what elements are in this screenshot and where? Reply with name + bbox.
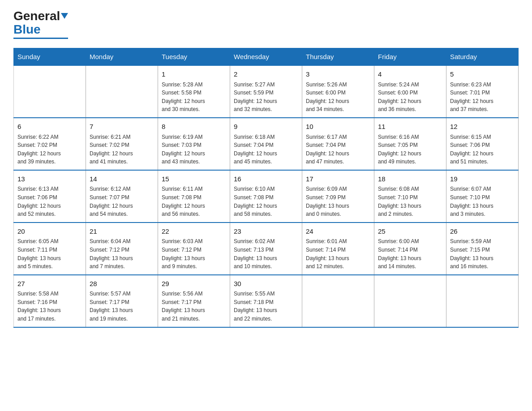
- day-number: 1: [162, 69, 226, 80]
- calendar-cell: 24Sunrise: 6:01 AM Sunset: 7:14 PM Dayli…: [302, 223, 374, 275]
- day-number: 10: [306, 122, 370, 132]
- calendar-cell: 25Sunrise: 6:00 AM Sunset: 7:14 PM Dayli…: [374, 223, 446, 275]
- day-number: 29: [162, 279, 226, 289]
- calendar-cell: 29Sunrise: 5:56 AM Sunset: 7:17 PM Dayli…: [158, 275, 230, 327]
- calendar-cell: [446, 275, 519, 327]
- calendar-cell: [374, 275, 446, 327]
- calendar-cell: [302, 275, 374, 327]
- calendar-cell: 10Sunrise: 6:17 AM Sunset: 7:04 PM Dayli…: [302, 118, 374, 170]
- day-info: Sunrise: 6:15 AM Sunset: 7:06 PM Dayligh…: [450, 133, 515, 166]
- calendar-cell: 6Sunrise: 6:22 AM Sunset: 7:02 PM Daylig…: [14, 118, 86, 170]
- calendar-cell: 12Sunrise: 6:15 AM Sunset: 7:06 PM Dayli…: [446, 118, 519, 170]
- calendar-cell: 21Sunrise: 6:04 AM Sunset: 7:12 PM Dayli…: [86, 223, 158, 275]
- weekday-saturday: Saturday: [446, 48, 519, 66]
- day-number: 14: [90, 174, 154, 184]
- calendar-cell: 22Sunrise: 6:03 AM Sunset: 7:12 PM Dayli…: [158, 223, 230, 275]
- day-info: Sunrise: 5:56 AM Sunset: 7:17 PM Dayligh…: [162, 290, 226, 323]
- day-info: Sunrise: 6:03 AM Sunset: 7:12 PM Dayligh…: [162, 237, 226, 270]
- day-info: Sunrise: 6:10 AM Sunset: 7:08 PM Dayligh…: [234, 185, 298, 218]
- calendar-cell: 5Sunrise: 6:23 AM Sunset: 7:01 PM Daylig…: [446, 65, 519, 118]
- week-row-5: 27Sunrise: 5:58 AM Sunset: 7:16 PM Dayli…: [14, 275, 519, 327]
- day-info: Sunrise: 6:22 AM Sunset: 7:02 PM Dayligh…: [17, 133, 82, 166]
- weekday-friday: Friday: [374, 48, 446, 66]
- day-number: 19: [450, 174, 515, 184]
- calendar-cell: 30Sunrise: 5:55 AM Sunset: 7:18 PM Dayli…: [230, 275, 302, 327]
- day-number: 7: [90, 122, 154, 132]
- day-info: Sunrise: 6:12 AM Sunset: 7:07 PM Dayligh…: [90, 185, 154, 218]
- day-info: Sunrise: 6:02 AM Sunset: 7:13 PM Dayligh…: [234, 237, 298, 270]
- day-number: 2: [234, 69, 298, 80]
- weekday-monday: Monday: [86, 48, 158, 66]
- day-number: 20: [17, 227, 82, 237]
- day-info: Sunrise: 5:57 AM Sunset: 7:17 PM Dayligh…: [90, 290, 154, 323]
- day-info: Sunrise: 6:19 AM Sunset: 7:03 PM Dayligh…: [162, 133, 226, 166]
- calendar-cell: 9Sunrise: 6:18 AM Sunset: 7:04 PM Daylig…: [230, 118, 302, 170]
- day-info: Sunrise: 6:23 AM Sunset: 7:01 PM Dayligh…: [450, 81, 515, 114]
- day-info: Sunrise: 5:26 AM Sunset: 6:00 PM Dayligh…: [306, 81, 370, 114]
- day-number: 15: [162, 174, 226, 184]
- day-number: 22: [162, 227, 226, 237]
- weekday-thursday: Thursday: [302, 48, 374, 66]
- day-info: Sunrise: 5:58 AM Sunset: 7:16 PM Dayligh…: [17, 290, 82, 323]
- day-info: Sunrise: 6:17 AM Sunset: 7:04 PM Dayligh…: [306, 133, 370, 166]
- calendar-cell: 17Sunrise: 6:09 AM Sunset: 7:09 PM Dayli…: [302, 170, 374, 223]
- calendar-cell: 23Sunrise: 6:02 AM Sunset: 7:13 PM Dayli…: [230, 223, 302, 275]
- day-number: 21: [90, 227, 154, 237]
- day-info: Sunrise: 6:00 AM Sunset: 7:14 PM Dayligh…: [378, 237, 442, 270]
- calendar-cell: 2Sunrise: 5:27 AM Sunset: 5:59 PM Daylig…: [230, 65, 302, 118]
- day-number: 26: [450, 227, 515, 237]
- week-row-3: 13Sunrise: 6:13 AM Sunset: 7:06 PM Dayli…: [14, 170, 519, 223]
- day-number: 28: [90, 279, 154, 289]
- day-number: 24: [306, 227, 370, 237]
- day-number: 9: [234, 122, 298, 132]
- calendar-cell: 15Sunrise: 6:11 AM Sunset: 7:08 PM Dayli…: [158, 170, 230, 223]
- day-info: Sunrise: 6:01 AM Sunset: 7:14 PM Dayligh…: [306, 237, 370, 270]
- calendar-cell: 13Sunrise: 6:13 AM Sunset: 7:06 PM Dayli…: [14, 170, 86, 223]
- day-info: Sunrise: 6:18 AM Sunset: 7:04 PM Dayligh…: [234, 133, 298, 166]
- calendar-cell: [14, 65, 86, 118]
- day-number: 17: [306, 174, 370, 184]
- day-info: Sunrise: 6:11 AM Sunset: 7:08 PM Dayligh…: [162, 185, 226, 218]
- calendar-table: SundayMondayTuesdayWednesdayThursdayFrid…: [13, 48, 519, 327]
- calendar-cell: 20Sunrise: 6:05 AM Sunset: 7:11 PM Dayli…: [14, 223, 86, 275]
- day-number: 8: [162, 122, 226, 132]
- calendar-cell: 1Sunrise: 5:28 AM Sunset: 5:58 PM Daylig…: [158, 65, 230, 118]
- day-number: 27: [17, 279, 82, 289]
- day-number: 11: [378, 122, 442, 132]
- day-number: 18: [378, 174, 442, 184]
- calendar-cell: 7Sunrise: 6:21 AM Sunset: 7:02 PM Daylig…: [86, 118, 158, 170]
- logo-general: General: [13, 9, 60, 23]
- calendar-cell: [86, 65, 158, 118]
- day-number: 25: [378, 227, 442, 237]
- week-row-1: 1Sunrise: 5:28 AM Sunset: 5:58 PM Daylig…: [14, 65, 519, 118]
- calendar-cell: 19Sunrise: 6:07 AM Sunset: 7:10 PM Dayli…: [446, 170, 519, 223]
- calendar-cell: 11Sunrise: 6:16 AM Sunset: 7:05 PM Dayli…: [374, 118, 446, 170]
- week-row-4: 20Sunrise: 6:05 AM Sunset: 7:11 PM Dayli…: [14, 223, 519, 275]
- weekday-sunday: Sunday: [14, 48, 86, 66]
- day-number: 13: [17, 174, 82, 184]
- day-info: Sunrise: 5:24 AM Sunset: 6:00 PM Dayligh…: [378, 81, 442, 114]
- day-number: 30: [234, 279, 298, 289]
- logo-underline: [13, 38, 68, 39]
- logo-blue: Blue: [13, 23, 41, 36]
- weekday-header-row: SundayMondayTuesdayWednesdayThursdayFrid…: [14, 48, 519, 66]
- week-row-2: 6Sunrise: 6:22 AM Sunset: 7:02 PM Daylig…: [14, 118, 519, 170]
- day-number: 6: [17, 122, 82, 132]
- day-info: Sunrise: 6:04 AM Sunset: 7:12 PM Dayligh…: [90, 237, 154, 270]
- day-info: Sunrise: 6:09 AM Sunset: 7:09 PM Dayligh…: [306, 185, 370, 218]
- day-number: 23: [234, 227, 298, 237]
- day-info: Sunrise: 5:27 AM Sunset: 5:59 PM Dayligh…: [234, 81, 298, 114]
- logo-triangle-icon: [61, 13, 68, 19]
- day-number: 3: [306, 69, 370, 80]
- weekday-wednesday: Wednesday: [230, 48, 302, 66]
- calendar-cell: 4Sunrise: 5:24 AM Sunset: 6:00 PM Daylig…: [374, 65, 446, 118]
- day-info: Sunrise: 6:16 AM Sunset: 7:05 PM Dayligh…: [378, 133, 442, 166]
- day-number: 4: [378, 69, 442, 80]
- day-number: 5: [450, 69, 515, 80]
- calendar-cell: 8Sunrise: 6:19 AM Sunset: 7:03 PM Daylig…: [158, 118, 230, 170]
- day-info: Sunrise: 6:13 AM Sunset: 7:06 PM Dayligh…: [17, 185, 82, 218]
- calendar-cell: 28Sunrise: 5:57 AM Sunset: 7:17 PM Dayli…: [86, 275, 158, 327]
- day-info: Sunrise: 5:55 AM Sunset: 7:18 PM Dayligh…: [234, 290, 298, 323]
- day-info: Sunrise: 5:59 AM Sunset: 7:15 PM Dayligh…: [450, 237, 515, 270]
- logo: General Blue: [13, 9, 68, 39]
